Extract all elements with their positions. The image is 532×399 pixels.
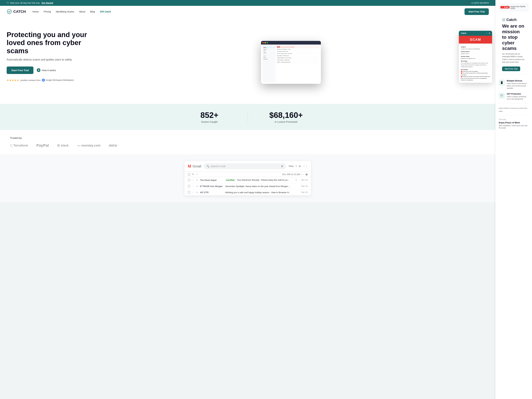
email-row-etrade[interactable]: ☆ ➤ E*TRADE from Morgan. December Spotli… — [184, 183, 311, 189]
next-step-1: 🔴 Delete this email immediately. — [461, 71, 490, 72]
eye-icon-1: 👁 — [295, 179, 297, 181]
mission-title-line2: to stop cyber scams — [502, 35, 518, 51]
right-panel-email-preview: 🔴 Scam Invoice from PayPal (1029... — [499, 3, 529, 12]
screen-content: Inbox Starred Sent Drafts Labels Work Pe… — [261, 44, 321, 84]
gmail-m-letter: M — [188, 164, 191, 169]
how-it-works-link[interactable]: How it works — [37, 68, 56, 72]
hero-title: Protecting you and your loved ones from … — [7, 31, 93, 55]
trusted-label: Trusted by: — [10, 137, 485, 139]
gmail-settings-icon[interactable]: ⚙ — [299, 165, 301, 168]
popup-close-icon[interactable]: ✕ — [489, 32, 490, 34]
scams-caught-label: Scams Caught — [178, 120, 241, 123]
sender-home-depot: The Home Depot — [200, 179, 223, 181]
banner-right: 📞 +1 (347) 433-8570 — [467, 2, 489, 4]
popup-subject-value: Invoice from PayPal (1029384815) — [461, 48, 490, 50]
protection-icon: 🛡 — [499, 93, 505, 99]
prev-page-icon[interactable]: ‹ — [301, 173, 302, 176]
bullet-2: 🔴 — [461, 72, 462, 74]
more-options-icon[interactable]: ⋮ — [196, 173, 198, 176]
screen-mockup: Inbox Starred Sent Drafts Labels Work Pe… — [261, 41, 321, 84]
email-row-4: Savvy Matters - Newsletter from... — [276, 55, 320, 57]
scam-icon-small: 🔴 — [501, 6, 503, 8]
nav-links: Home Pricing Identifying Scams About Blo… — [32, 10, 464, 13]
hero-subtitle: Automatically detects scams and guides u… — [7, 58, 93, 61]
scam-tag-mock: SCAM — [277, 46, 280, 48]
navigation: CATCH Home Pricing Identifying Scams Abo… — [0, 6, 495, 18]
phone-number: +1 (347) 433-8570 — [471, 2, 489, 4]
gmail-icons-right: Away ? ⚙ ⋮⋮ — [289, 165, 308, 168]
subject-home-depot: Low Risk Your Electronic Receipt - Pleas… — [225, 179, 293, 181]
terraform-icon — [10, 144, 13, 147]
popup-red-flags-label: Red Flags: — [461, 60, 490, 62]
gmail-search-placeholder: Search in mail — [211, 165, 225, 168]
right-panel-start-trial[interactable]: Start Free Trial — [502, 66, 520, 71]
star-icon-1[interactable]: ☆ — [192, 179, 194, 181]
popup-next-steps-label: Next Steps: — [461, 69, 490, 71]
refresh-icon[interactable]: ↻ — [192, 173, 194, 176]
top-banner: 🛡 Start your 30-day free trial now. Get … — [0, 0, 495, 6]
reply-icon-2: ➤ — [196, 185, 198, 187]
nav-identifying-scams[interactable]: Identifying Scams — [56, 10, 74, 13]
feature-multiple-devices-title: Multiple Devices — [507, 80, 529, 82]
popup-menu-icon[interactable]: ⋮ — [486, 32, 488, 34]
gmail-apps-icon[interactable]: ⋮⋮ — [303, 165, 308, 168]
dot-green — [267, 42, 268, 43]
mission-body-text: ear, Americans lost an estimated $30B to… — [502, 52, 525, 63]
nav-pricing[interactable]: Pricing — [44, 10, 51, 13]
popup-header: Catch ⋮ ✕ — [459, 31, 492, 36]
nav-start-trial-button[interactable]: Start Free Trial — [464, 8, 489, 15]
losses-prevented-stat: $68,160+ in Losses Prevented — [254, 111, 318, 123]
multiple-devices-icon: 📱 — [499, 80, 505, 86]
hero-trial-button[interactable]: Start Free Trial — [7, 66, 33, 74]
email-row-scam: SCAM Invoice from PayPal (1029384815) — [276, 46, 320, 48]
email-row-4-text: Savvy Matters - Newsletter from... — [277, 55, 289, 56]
dot-red — [262, 42, 264, 43]
slack-logo: slack — [57, 144, 69, 147]
subject-407etr: Wishing you a safe and happy holiday sea… — [225, 191, 297, 194]
mission-text: ear, Americans lost an estimated $30B to… — [502, 53, 525, 63]
email-row-2-text: Your receipt from Apple - Dear... — [277, 51, 289, 52]
email-checkbox-2[interactable] — [188, 185, 190, 187]
paypal-text: PayPal — [36, 143, 49, 147]
popup-red-flags: Red Flags: The email gives an immediate … — [461, 60, 490, 68]
labels-header: Labels — [263, 55, 275, 56]
nav-home[interactable]: Home — [32, 10, 38, 13]
logo-text: CATCH — [13, 9, 26, 14]
email-checkbox-3[interactable] — [188, 191, 190, 194]
view-options-icon[interactable]: ▦ — [306, 173, 308, 176]
popup-header-icons[interactable]: ⋮ ✕ — [486, 32, 490, 34]
nav-gift-catch[interactable]: Gift Catch — [100, 10, 111, 13]
date-1: Dec 19 — [299, 179, 308, 181]
select-all-checkbox[interactable] — [188, 173, 190, 176]
stars-row: ★★★★★ positive reviews from G Google Wor… — [7, 79, 93, 82]
hero-section: Protecting you and your loved ones from … — [0, 18, 495, 104]
invoice-text: Invoice from PayPal (1029... — [511, 6, 527, 9]
monday-waves: ∿∿ — [77, 145, 82, 147]
svg-rect-3 — [57, 146, 58, 146]
banner-cta[interactable]: Get Started — [42, 2, 53, 4]
logo[interactable]: CATCH — [7, 9, 26, 14]
play-icon — [37, 68, 40, 72]
email-row-407etr[interactable]: ☆ ➤ 407 ETR Wishing you a safe and happy… — [184, 189, 311, 196]
star-icon-3[interactable]: ☆ — [192, 191, 194, 194]
hero-right: Inbox Starred Sent Drafts Labels Work Pe… — [93, 27, 489, 97]
google-g-icon: G — [42, 79, 45, 82]
gmail-label-item-1: Work — [263, 56, 275, 58]
features-list: 📱 Multiple Devices Catch works on any de… — [499, 80, 529, 100]
gmail-away-status[interactable]: Away — [289, 165, 293, 168]
gmail-help-icon[interactable]: ? — [295, 165, 297, 168]
star-icon-2[interactable]: ☆ — [192, 185, 194, 188]
nav-about[interactable]: About — [79, 10, 85, 13]
gmail-search-bar[interactable]: 🔍 Search in mail ⚙ — [204, 163, 286, 169]
trusted-section: Trusted by: Terraform PayPal slack ∿∿ — [0, 130, 495, 154]
banner-shield-icon: 🛡 — [7, 2, 9, 4]
star-icons: ★★★★★ — [7, 79, 19, 82]
next-page-icon[interactable]: › — [304, 173, 304, 176]
subject-text-2: December Spotlight: Savvy takes on the y… — [225, 185, 291, 188]
email-checkbox-1[interactable] — [188, 179, 190, 181]
nav-blog[interactable]: Blog — [90, 10, 95, 13]
feature-protection-title: 24/7 Protection — [507, 93, 529, 95]
email-row-home-depot[interactable]: ☆ ➤ The Home Depot Low Risk Your Electro… — [184, 177, 311, 183]
gmail-search-settings-icon[interactable]: ⚙ — [281, 165, 283, 168]
email-row-7-text: Splatoon 3 - Battle update incoming... — [277, 62, 291, 63]
